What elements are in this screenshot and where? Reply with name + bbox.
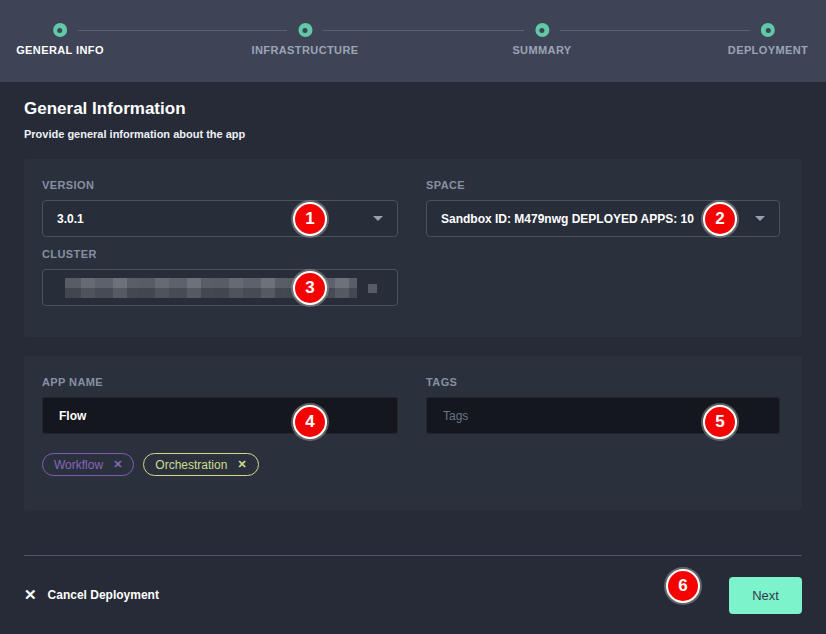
deployment-wizard-window: GENERAL INFO INFRASTRUCTURE SUMMARY DEPL… xyxy=(0,0,826,634)
cluster-label: CLUSTER xyxy=(42,248,784,260)
tag-chip-workflow[interactable]: Workflow ✕ xyxy=(42,453,134,476)
version-value: 3.0.1 xyxy=(57,212,84,226)
annotation-badge-3: 3 xyxy=(293,271,327,305)
step-dot-icon xyxy=(761,23,775,37)
version-label: VERSION xyxy=(42,179,398,191)
step-dot-icon xyxy=(53,23,67,37)
page-subtitle: Provide general information about the ap… xyxy=(24,128,802,140)
step-dot-icon xyxy=(298,23,312,37)
remove-tag-icon[interactable]: ✕ xyxy=(237,458,246,471)
app-name-label: APP NAME xyxy=(42,376,398,388)
annotation-badge-1: 1 xyxy=(293,202,327,236)
cancel-label: Cancel Deployment xyxy=(48,588,159,602)
wizard-footer: ✕ Cancel Deployment Next xyxy=(0,556,826,634)
cluster-field: CLUSTER xyxy=(42,248,784,306)
step-label: DEPLOYMENT xyxy=(728,44,808,56)
space-value: Sandbox ID: M479nwg DEPLOYED APPS: 10 xyxy=(441,212,694,226)
step-label: INFRASTRUCTURE xyxy=(251,44,358,56)
step-connector-line xyxy=(560,30,750,31)
space-label: SPACE xyxy=(426,179,780,191)
app-details-card: APP NAME Workflow ✕ Orchestration ✕ xyxy=(24,356,802,510)
cancel-deployment-button[interactable]: ✕ Cancel Deployment xyxy=(24,586,159,604)
step-deployment[interactable]: DEPLOYMENT xyxy=(728,23,808,56)
step-dot-icon xyxy=(535,23,549,37)
version-select[interactable]: 3.0.1 xyxy=(42,200,398,237)
next-button[interactable]: Next xyxy=(729,577,802,614)
step-infrastructure[interactable]: INFRASTRUCTURE xyxy=(251,23,358,56)
app-name-input[interactable] xyxy=(42,397,398,434)
tags-label: TAGS xyxy=(426,376,780,388)
chevron-down-icon xyxy=(373,216,383,221)
page-title: General Information xyxy=(24,99,802,119)
annotation-badge-6: 6 xyxy=(666,569,700,603)
step-summary[interactable]: SUMMARY xyxy=(512,23,571,56)
version-field: VERSION 3.0.1 xyxy=(42,179,398,237)
annotation-badge-2: 2 xyxy=(703,202,737,236)
tag-chip-label: Orchestration xyxy=(155,458,227,472)
annotation-badge-4: 4 xyxy=(293,405,327,439)
app-name-field: APP NAME Workflow ✕ Orchestration ✕ xyxy=(42,376,398,476)
close-icon: ✕ xyxy=(24,586,37,604)
wizard-stepper: GENERAL INFO INFRASTRUCTURE SUMMARY DEPL… xyxy=(0,0,826,82)
annotation-badge-5: 5 xyxy=(703,405,737,439)
tag-chip-label: Workflow xyxy=(54,458,103,472)
tag-chip-orchestration[interactable]: Orchestration ✕ xyxy=(143,453,258,476)
general-settings-card: VERSION 3.0.1 SPACE Sandbox ID: M479nwg … xyxy=(24,159,802,337)
step-label: GENERAL INFO xyxy=(16,44,104,56)
chevron-down-icon xyxy=(755,216,765,221)
tag-chip-list: Workflow ✕ Orchestration ✕ xyxy=(42,453,398,476)
redacted-blur-fragment xyxy=(368,284,377,293)
remove-tag-icon[interactable]: ✕ xyxy=(113,458,122,471)
cluster-value-box[interactable] xyxy=(42,269,398,306)
step-label: SUMMARY xyxy=(512,44,571,56)
step-general-info[interactable]: GENERAL INFO xyxy=(16,23,104,56)
